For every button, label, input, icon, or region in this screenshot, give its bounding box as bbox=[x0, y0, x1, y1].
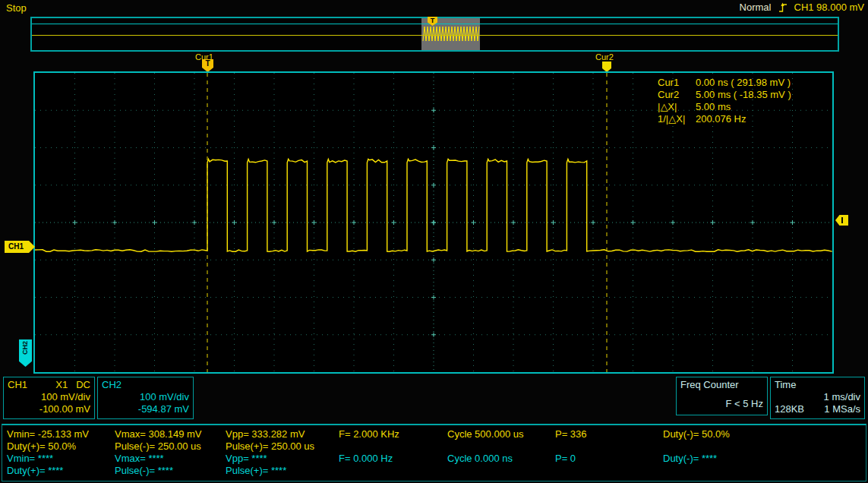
timebase-scale: 1 ms/div bbox=[775, 391, 860, 403]
memory-depth: 128KB bbox=[775, 403, 804, 415]
readout-label: Cur2 bbox=[658, 89, 696, 101]
status-bar: Stop Normal CH1 98.000 mV bbox=[0, 0, 868, 15]
record-preview-bar[interactable]: T bbox=[30, 17, 839, 52]
measurement-value: Pulse(+)= **** bbox=[226, 465, 339, 477]
timebase-title: Time bbox=[775, 379, 860, 391]
ch1-offset: -100.00 mV bbox=[8, 403, 90, 415]
readout-row: Cur25.00 ms ( -18.35 mV ) bbox=[658, 89, 791, 101]
readout-label: Cur1 bbox=[658, 77, 696, 89]
measurement-value: Cycle 500.000 us bbox=[447, 428, 555, 440]
measurement-value: Vpp= 333.282 mV bbox=[226, 428, 339, 440]
trigger-position-marker[interactable]: T bbox=[202, 59, 213, 72]
ch2-measurements-row-2: Duty(+)= **** Pulse(-)= **** Pulse(+)= *… bbox=[2, 465, 866, 477]
ch1-header-row: CH1 X1 DC bbox=[8, 379, 90, 391]
readout-value: 0.00 ns ( 291.98 mV ) bbox=[696, 77, 791, 88]
ch1-preview-trace bbox=[32, 35, 838, 36]
ch1-settings-box[interactable]: CH1 X1 DC 100 mV/div -100.00 mV bbox=[3, 377, 95, 419]
sample-rate: 1 MSa/s bbox=[824, 403, 860, 415]
ch2-position-marker[interactable]: CH2 bbox=[19, 339, 32, 367]
cursor2-label: Cur2 bbox=[595, 52, 614, 62]
cursor2-handle[interactable] bbox=[602, 62, 611, 72]
measurement-value: Pulse(-)= 250.00 us bbox=[115, 440, 226, 453]
measurement-value: Vmax= 308.149 mV bbox=[115, 428, 226, 440]
ch1-scale: 100 mV/div bbox=[8, 391, 90, 403]
measurements-panel: Vmin= -25.133 mV Vmax= 308.149 mV Vpp= 3… bbox=[2, 424, 866, 481]
ch2-name: CH2 bbox=[102, 379, 189, 391]
acquisition-status: Stop bbox=[6, 2, 27, 14]
trigger-status-cluster: Normal CH1 98.000 mV bbox=[740, 2, 864, 13]
ch2-offset: -594.87 mV bbox=[102, 403, 189, 415]
readout-value: 5.00 ms bbox=[696, 101, 731, 112]
ch2-settings-box[interactable]: CH2 100 mV/div -594.87 mV bbox=[97, 377, 194, 419]
readout-row: |△X|5.00 ms bbox=[658, 101, 791, 113]
measurement-value: F= 0.000 Hz bbox=[339, 453, 447, 465]
measurement-value: P= 0 bbox=[555, 453, 663, 465]
cursor-readout: Cur10.00 ns ( 291.98 mV ) Cur25.00 ms ( … bbox=[658, 77, 791, 125]
readout-row: Cur10.00 ns ( 291.98 mV ) bbox=[658, 77, 791, 89]
freq-counter-title: Freq Counter bbox=[680, 379, 763, 391]
ch1-measurements-row-2: Duty(+)= 50.0% Pulse(-)= 250.00 us Pulse… bbox=[2, 440, 866, 453]
trigger-sweep-mode: Normal bbox=[740, 2, 772, 13]
freq-counter-box: Freq Counter F < 5 Hz bbox=[676, 377, 768, 415]
measurement-value: Vmin= **** bbox=[7, 453, 115, 465]
ch2-scale: 100 mV/div bbox=[102, 391, 189, 403]
readout-value: 200.076 Hz bbox=[696, 113, 746, 125]
ch1-coupling: DC bbox=[76, 379, 90, 391]
measurement-value: P= 336 bbox=[555, 428, 663, 440]
timebase-box[interactable]: Time 1 ms/div 128KB 1 MSa/s bbox=[770, 377, 865, 419]
ch2-measurements-row-1: Vmin= **** Vmax= **** Vpp= **** F= 0.000… bbox=[2, 453, 866, 465]
measurement-value: Vmax= **** bbox=[115, 453, 226, 465]
measurement-value: Pulse(+)= 250.00 us bbox=[226, 440, 339, 453]
measurement-value: Duty(-)= **** bbox=[663, 453, 866, 465]
measurement-value: F= 2.000 KHz bbox=[339, 428, 447, 440]
freq-counter-value: F < 5 Hz bbox=[680, 398, 763, 410]
trigger-edge-icon bbox=[778, 2, 788, 13]
trigger-level-readout: CH1 98.000 mV bbox=[794, 2, 865, 13]
readout-value: 5.00 ms ( -18.35 mV ) bbox=[696, 89, 791, 100]
measurement-value: Duty(+)= **** bbox=[7, 465, 115, 477]
trigger-level-marker[interactable] bbox=[835, 215, 848, 226]
measurement-value: Vpp= **** bbox=[226, 453, 339, 465]
ch1-probe-coupling: X1 DC bbox=[55, 379, 90, 391]
measurement-value: Duty(+)= 50.0% bbox=[7, 440, 115, 453]
ch1-measurements-row-1: Vmin= -25.133 mV Vmax= 308.149 mV Vpp= 3… bbox=[2, 428, 866, 440]
ch1-probe: X1 bbox=[55, 379, 68, 391]
measurement-value: Cycle 0.000 ns bbox=[447, 453, 555, 465]
measurement-value: Duty(-)= 50.0% bbox=[663, 428, 866, 440]
ch1-position-marker[interactable]: CH1 bbox=[5, 241, 35, 253]
readout-label: 1/|△X| bbox=[658, 113, 696, 125]
acquisition-row: 128KB 1 MSa/s bbox=[775, 403, 860, 415]
measurement-value: Vmin= -25.133 mV bbox=[7, 428, 115, 440]
readout-label: |△X| bbox=[658, 101, 696, 113]
measurement-value: Pulse(-)= **** bbox=[115, 465, 226, 477]
ch1-name: CH1 bbox=[8, 379, 27, 391]
readout-row: 1/|△X|200.076 Hz bbox=[658, 113, 791, 125]
waveform-display: Cur10.00 ns ( 291.98 mV ) Cur25.00 ms ( … bbox=[33, 71, 834, 374]
